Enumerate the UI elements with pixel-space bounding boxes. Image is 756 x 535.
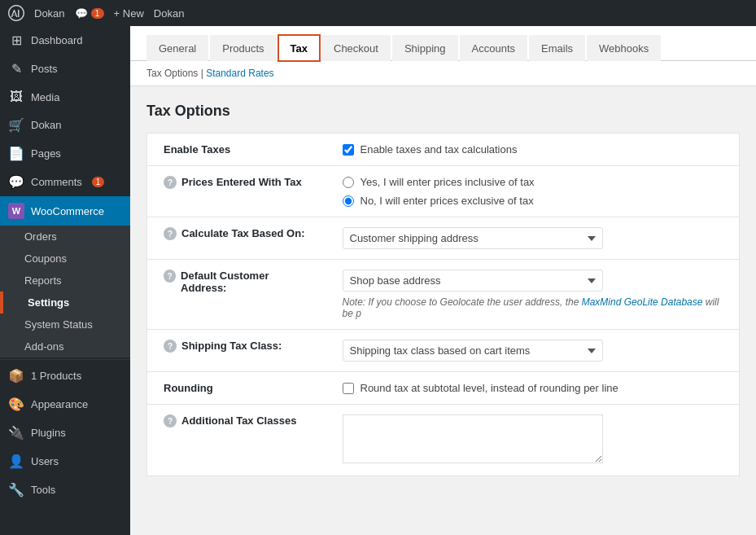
sidebar-item-plugins[interactable]: 🔌 Plugins [0, 419, 130, 447]
sidebar-item-tools[interactable]: 🔧 Tools [0, 476, 130, 504]
site-name[interactable]: Dokan [34, 7, 65, 20]
sidebar-item-posts[interactable]: ✎ Posts [0, 55, 130, 83]
sidebar-item-users[interactable]: 👤 Users [0, 447, 130, 476]
option-value-shipping-tax: Shipping tax class based on cart items S… [326, 330, 740, 372]
option-value-enable-taxes: Enable taxes and tax calculations [326, 134, 740, 166]
help-icon[interactable]: ? [164, 414, 177, 428]
sidebar-item-system-status[interactable]: System Status [0, 314, 130, 335]
radio-inclusive[interactable] [343, 177, 354, 188]
comment-count: 1 [91, 8, 104, 19]
help-icon[interactable]: ? [164, 227, 177, 240]
option-value-default-address: Shop base address Geolocate No address N… [326, 260, 740, 330]
table-row: ? Prices Entered With Tax Yes, I will en… [147, 166, 740, 217]
rounding-checkbox[interactable] [343, 383, 354, 394]
sidebar-item-appearance[interactable]: 🎨 Appearance [0, 390, 130, 419]
appearance-icon: 🎨 [8, 397, 24, 412]
radio-exclusive-label: No, I will enter prices exclusive of tax [361, 195, 534, 207]
sidebar-item-dashboard[interactable]: ⊞ Dashboard [0, 26, 130, 55]
rounding-label: Round tax at subtotal level, instead of … [361, 382, 618, 394]
page-title: Tax Options [146, 103, 740, 120]
option-label-enable-taxes: Enable Taxes [147, 134, 326, 166]
tab-general[interactable]: General [146, 35, 208, 61]
wp-logo[interactable] [8, 5, 24, 21]
option-value-calculate-tax: Customer shipping address Customer billi… [326, 217, 740, 260]
tab-checkout[interactable]: Checkout [321, 35, 391, 61]
sidebar-item-label: Dokan [31, 119, 62, 131]
options-table: Enable Taxes Enable taxes and tax calcul… [146, 133, 740, 476]
sidebar-item-dokan[interactable]: 🛒 Dokan [0, 111, 130, 139]
plugins-icon: 🔌 [8, 425, 24, 441]
option-label-calculate-tax: ? Calculate Tax Based On: [147, 217, 326, 260]
calculate-tax-select[interactable]: Customer shipping address Customer billi… [343, 227, 603, 249]
option-value-prices-with-tax: Yes, I will enter prices inclusive of ta… [326, 166, 740, 217]
sidebar-item-coupons[interactable]: Coupons [0, 248, 130, 270]
tabs-bar: General Products Tax Checkout Shipping A… [130, 26, 756, 61]
comments-link[interactable]: 💬 1 [75, 7, 104, 20]
table-row: ? Default Customer Address: Shop base ad… [147, 260, 740, 330]
tab-webhooks[interactable]: Webhooks [587, 35, 661, 61]
sidebar-item-label: Plugins [31, 427, 66, 439]
default-address-note: Note: If you choose to Geolocate the use… [343, 296, 723, 319]
sidebar-item-label: Pages [31, 147, 61, 160]
sidebar-item-label: Tools [31, 484, 55, 496]
new-menu[interactable]: + New [114, 7, 144, 20]
sidebar-item-label: Add-ons [24, 340, 63, 353]
sidebar-item-pages[interactable]: 📄 Pages [0, 139, 130, 168]
admin-bar: Dokan 💬 1 + New Dokan [0, 0, 756, 26]
dokan-icon: 🛒 [8, 117, 24, 133]
posts-icon: ✎ [8, 61, 24, 77]
tab-shipping[interactable]: Shipping [392, 35, 458, 61]
tab-accounts[interactable]: Accounts [460, 35, 527, 61]
sidebar-item-add-ons[interactable]: Add-ons [0, 335, 130, 357]
content-area: General Products Tax Checkout Shipping A… [130, 26, 756, 535]
comment-icon: 💬 [75, 7, 88, 20]
additional-tax-textarea[interactable] [343, 414, 603, 463]
pages-icon: 📄 [8, 146, 24, 161]
sidebar-item-orders[interactable]: Orders [0, 226, 130, 248]
dashboard-icon: ⊞ [8, 33, 24, 48]
sidebar-item-label: Dashboard [31, 34, 83, 46]
sidebar-item-comments[interactable]: 💬 Comments 1 [0, 168, 130, 196]
sidebar-item-reports[interactable]: Reports [0, 270, 130, 292]
sidebar-item-label: System Status [24, 318, 93, 331]
option-label-prices-with-tax: ? Prices Entered With Tax [147, 166, 326, 217]
help-icon[interactable]: ? [164, 270, 176, 283]
comments-badge: 1 [92, 177, 105, 187]
default-address-select[interactable]: Shop base address Geolocate No address [343, 270, 603, 292]
sidebar-item-label: WooCommerce [31, 205, 104, 217]
option-value-additional-tax [326, 405, 740, 476]
option-label-additional-tax: ? Additional Tax Classes [147, 405, 326, 476]
option-value-rounding: Round tax at subtotal level, instead of … [326, 372, 740, 405]
radio-inclusive-label: Yes, I will enter prices inclusive of ta… [361, 176, 535, 188]
option-label-shipping-tax: ? Shipping Tax Class: [147, 330, 326, 372]
dokan-menu[interactable]: Dokan [154, 7, 185, 20]
shipping-tax-select[interactable]: Shipping tax class based on cart items S… [343, 340, 603, 362]
sidebar-item-label: Posts [31, 63, 58, 75]
enable-taxes-checkbox[interactable] [343, 144, 354, 156]
tab-products[interactable]: Products [210, 35, 276, 61]
sidebar-item-label: Settings [28, 296, 69, 309]
sidebar-item-products[interactable]: 📦 1 Products [0, 362, 130, 390]
woocommerce-submenu: Orders Coupons Reports Settings System S… [0, 226, 130, 357]
sidebar-item-label: Coupons [24, 252, 67, 265]
maxmind-link[interactable]: MaxMind GeoLite Database [582, 296, 703, 308]
sidebar-item-woocommerce[interactable]: W WooCommerce [0, 196, 130, 226]
help-icon[interactable]: ? [164, 176, 177, 189]
option-label-rounding: Rounding [147, 372, 326, 405]
users-icon: 👤 [8, 454, 24, 469]
breadcrumb-parent: Tax Options [146, 68, 198, 79]
sidebar-item-label: Orders [24, 230, 57, 243]
help-icon[interactable]: ? [164, 340, 177, 353]
sidebar-item-settings[interactable]: Settings [0, 292, 130, 314]
products-icon: 📦 [8, 368, 24, 384]
sidebar-item-media[interactable]: 🖼 Media [0, 83, 130, 111]
tools-icon: 🔧 [8, 482, 24, 498]
table-row: ? Shipping Tax Class: Shipping tax class… [147, 330, 740, 372]
sidebar-item-label: Reports [24, 274, 62, 287]
tab-tax[interactable]: Tax [278, 35, 320, 61]
tab-emails[interactable]: Emails [529, 35, 585, 61]
sidebar-item-label: Comments [31, 176, 82, 188]
breadcrumb-current[interactable]: Standard Rates [206, 68, 273, 79]
radio-exclusive[interactable] [343, 195, 354, 207]
sidebar-item-label: Users [31, 455, 59, 467]
